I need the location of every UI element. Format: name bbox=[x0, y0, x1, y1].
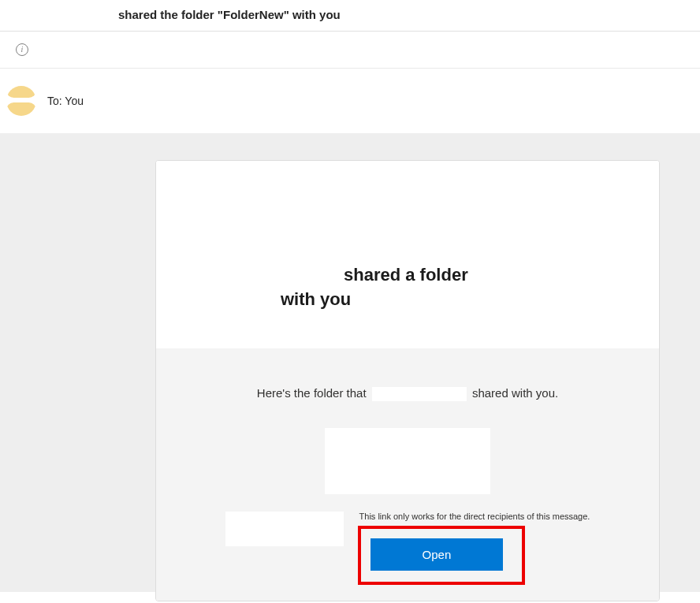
to-label: To: bbox=[47, 95, 62, 107]
link-disclaimer: This link only works for the direct reci… bbox=[358, 512, 590, 521]
redacted-block bbox=[225, 512, 344, 546]
bottom-row: This link only works for the direct reci… bbox=[178, 512, 637, 585]
intro-text: Here's the folder that shared with you. bbox=[257, 386, 558, 401]
intro-suffix: shared with you. bbox=[472, 386, 558, 400]
email-subject: shared the folder "FolderNew" with you bbox=[0, 0, 700, 31]
folder-preview-placeholder bbox=[325, 428, 490, 494]
open-button[interactable]: Open bbox=[370, 538, 504, 571]
action-stack: This link only works for the direct reci… bbox=[358, 512, 590, 585]
info-bar: i bbox=[0, 32, 700, 69]
card-header: shared a folder with you bbox=[156, 161, 659, 348]
avatar bbox=[6, 86, 36, 116]
email-body-area: shared a folder with you Here's the fold… bbox=[0, 133, 700, 592]
redacted-name bbox=[372, 387, 467, 401]
sender-row: To: You bbox=[0, 69, 700, 133]
card-body: Here's the folder that shared with you. … bbox=[156, 348, 659, 601]
card-title-line1: shared a folder bbox=[344, 265, 468, 285]
info-icon: i bbox=[16, 43, 28, 56]
to-value: You bbox=[65, 95, 84, 107]
share-notification-card: shared a folder with you Here's the fold… bbox=[155, 160, 660, 601]
highlight-annotation: Open bbox=[358, 526, 526, 585]
card-title: shared a folder with you bbox=[344, 263, 637, 312]
card-title-line2: with you bbox=[344, 288, 637, 312]
intro-prefix: Here's the folder that bbox=[257, 386, 367, 400]
to-line: To: You bbox=[47, 95, 84, 107]
